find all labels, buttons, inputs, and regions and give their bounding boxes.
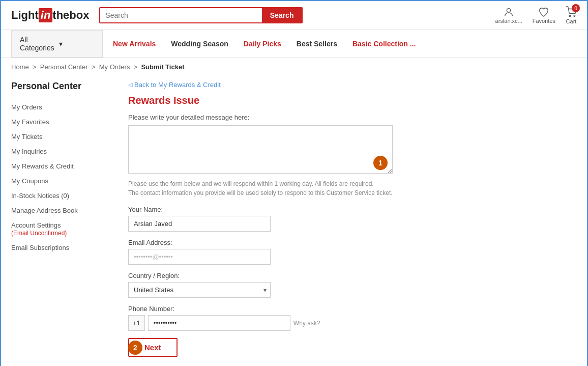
- categories-dropdown[interactable]: All Categories ▾: [11, 30, 103, 58]
- sidebar-item-my-orders[interactable]: My Orders: [11, 100, 113, 115]
- your-name-group: Your Name:: [128, 206, 577, 232]
- sidebar-item-account-settings[interactable]: Account Settings (Email Unconfirmed): [11, 218, 113, 240]
- nav-bar: All Categories ▾ New Arrivals Wedding Se…: [1, 30, 587, 58]
- cart-icon-item[interactable]: 0 Cart: [566, 6, 577, 24]
- favorites-icon-item[interactable]: Favorites: [533, 7, 555, 24]
- search-input[interactable]: [100, 8, 261, 22]
- sidebar-item-my-tickets[interactable]: My Tickets: [11, 129, 113, 144]
- logo-highlight: in: [39, 8, 53, 22]
- message-textarea[interactable]: [128, 125, 393, 174]
- sidebar-title: Personal Center: [11, 81, 113, 92]
- message-label: Please write your detailed message here:: [128, 114, 577, 121]
- breadcrumb-current: Submit Ticket: [141, 63, 184, 71]
- phone-group: Phone Number: +1 Why ask?: [128, 305, 577, 331]
- breadcrumb-personal-center[interactable]: Personal Center: [40, 63, 88, 71]
- main-area: Back to My Rewards & Credit Rewards Issu…: [128, 76, 577, 357]
- svg-point-0: [507, 9, 510, 12]
- logo-prefix: Light: [11, 9, 39, 22]
- user-icon: [503, 7, 514, 18]
- page-title: Rewards Issue: [128, 95, 577, 106]
- logo-suffix: thebox: [52, 9, 89, 22]
- nav-item-wedding-season[interactable]: Wedding Season: [171, 40, 228, 48]
- form-note: Please use the form below and we will re…: [128, 179, 393, 198]
- country-select[interactable]: United States: [128, 282, 271, 298]
- email-unconfirmed-label: (Email Unconfirmed): [11, 230, 67, 237]
- nav-item-new-arrivals[interactable]: New Arrivals: [113, 40, 156, 48]
- next-area: Next 2: [128, 338, 577, 357]
- header-icons: arslan.xc... Favorites 0 Cart: [495, 6, 577, 24]
- logo[interactable]: Lightinthebox: [11, 8, 89, 22]
- breadcrumb-home[interactable]: Home: [11, 63, 29, 71]
- country-group: Country / Region: United States ▾: [128, 272, 577, 298]
- country-label: Country / Region:: [128, 272, 577, 279]
- why-ask-link[interactable]: Why ask?: [293, 320, 320, 327]
- cart-label: Cart: [566, 18, 577, 24]
- step-2-badge: 2: [128, 341, 142, 355]
- breadcrumb: Home > Personal Center > My Orders > Sub…: [1, 58, 587, 76]
- svg-point-1: [569, 15, 571, 17]
- search-button[interactable]: Search: [262, 8, 302, 22]
- svg-point-2: [574, 15, 575, 17]
- email-input[interactable]: [128, 249, 271, 265]
- username-label: arslan.xc...: [495, 18, 522, 24]
- header: Lightinthebox Search arslan.xc... Favori…: [1, 1, 587, 30]
- email-group: Email Address:: [128, 239, 577, 265]
- your-name-input[interactable]: [128, 216, 271, 232]
- breadcrumb-my-orders[interactable]: My Orders: [99, 63, 130, 71]
- phone-prefix: +1: [128, 315, 145, 331]
- nav-item-best-sellers[interactable]: Best Sellers: [297, 40, 337, 48]
- sidebar-item-email-subscriptions[interactable]: Email Subscriptions: [11, 240, 113, 255]
- content: Personal Center My Orders My Favorites M…: [1, 76, 587, 366]
- sidebar-menu: My Orders My Favorites My Tickets My Inq…: [11, 100, 113, 255]
- sidebar-item-my-inquiries[interactable]: My Inquiries: [11, 144, 113, 159]
- phone-label: Phone Number:: [128, 305, 577, 313]
- sidebar-item-my-favorites[interactable]: My Favorites: [11, 115, 113, 129]
- nav-item-daily-picks[interactable]: Daily Picks: [244, 40, 281, 48]
- phone-input[interactable]: [148, 315, 290, 331]
- message-wrapper: 1: [128, 125, 393, 175]
- sidebar: Personal Center My Orders My Favorites M…: [11, 76, 113, 357]
- user-icon-item[interactable]: arslan.xc...: [495, 7, 522, 24]
- search-bar: Search: [99, 7, 303, 23]
- your-name-label: Your Name:: [128, 206, 577, 213]
- chevron-down-icon: ▾: [59, 40, 94, 48]
- nav-item-basic-collection[interactable]: Basic Collection ...: [352, 40, 416, 48]
- nav-items: New Arrivals Wedding Season Daily Picks …: [103, 34, 426, 54]
- step-1-badge: 1: [373, 156, 388, 170]
- email-label: Email Address:: [128, 239, 577, 246]
- sidebar-item-manage-address-book[interactable]: Manage Address Book: [11, 203, 113, 218]
- back-link[interactable]: Back to My Rewards & Credit: [128, 81, 577, 89]
- country-select-wrapper: United States ▾: [128, 282, 271, 298]
- sidebar-item-in-stock-notices[interactable]: In-Stock Notices (0): [11, 188, 113, 203]
- sidebar-item-rewards-credit[interactable]: My Rewards & Credit: [11, 159, 113, 174]
- heart-icon: [538, 7, 549, 18]
- favorites-label: Favorites: [533, 18, 555, 24]
- categories-label: All Categories: [20, 36, 55, 52]
- cart-badge: 0: [572, 4, 580, 12]
- sidebar-item-my-coupons[interactable]: My Coupons: [11, 174, 113, 188]
